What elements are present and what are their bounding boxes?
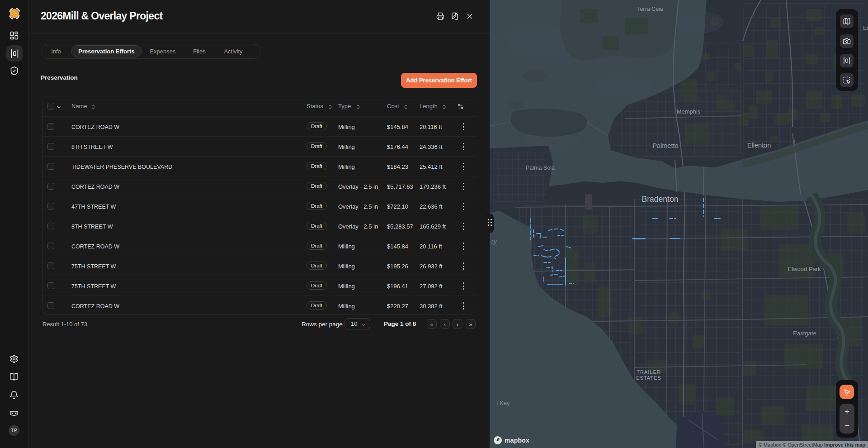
svg-text:Memphis: Memphis	[677, 108, 701, 115]
svg-text:Ellenton: Ellenton	[747, 142, 771, 149]
svg-text:Palma Sola: Palma Sola	[526, 165, 555, 171]
svg-text:Elwood Park: Elwood Park	[788, 266, 821, 272]
svg-text:t Key: t Key	[496, 400, 510, 406]
svg-text:ESTATES: ESTATES	[636, 375, 661, 381]
svg-text:TRAILER: TRAILER	[637, 369, 660, 375]
svg-text:Bradenton: Bradenton	[642, 195, 679, 204]
svg-text:Eastgate: Eastgate	[793, 330, 816, 337]
svg-text:Erie: Erie	[863, 25, 868, 31]
svg-text:ay: ay	[491, 238, 497, 245]
svg-text:Palmetto: Palmetto	[652, 142, 678, 149]
svg-text:Terra Ceia: Terra Ceia	[637, 6, 663, 12]
